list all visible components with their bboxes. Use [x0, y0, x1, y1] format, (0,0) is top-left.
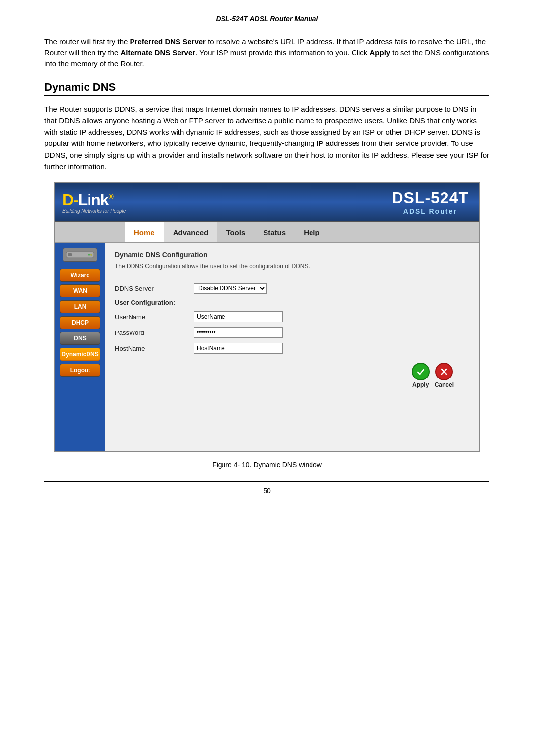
username-row: UserName: [115, 311, 469, 322]
sidebar-btn-dhcp[interactable]: DHCP: [60, 316, 100, 329]
apply-button[interactable]: [412, 363, 430, 380]
user-config-label: User Configuration:: [115, 299, 469, 306]
router-body: Wizard WAN LAN DHCP DNS DynamicDNS Logou…: [55, 243, 479, 451]
sidebar-btn-wizard[interactable]: Wizard: [60, 269, 100, 282]
nav-help[interactable]: Help: [295, 222, 329, 242]
svg-point-2: [88, 254, 90, 256]
figure-caption: Figure 4- 10. Dynamic DNS window: [44, 461, 490, 469]
manual-header: DSL-524T ADSL Router Manual: [44, 15, 490, 27]
router-header: D-Link® Building Networks for People DSL…: [55, 183, 479, 222]
router-content: Dynamic DNS Configuration The DDNS Confi…: [105, 243, 479, 451]
username-label: UserName: [115, 313, 194, 321]
content-description: The DDNS Configuration allows the user t…: [115, 263, 469, 275]
router-model-name: DSL-524T: [392, 189, 469, 207]
hostname-label: HostName: [115, 345, 194, 352]
apply-btn-group: Apply: [412, 363, 430, 388]
password-input[interactable]: [194, 327, 283, 338]
section-heading-dynamic-dns: Dynamic DNS: [44, 81, 490, 96]
password-row: PassWord: [115, 327, 469, 338]
sidebar-btn-dynamicdns[interactable]: DynamicDNS: [60, 348, 100, 361]
page-number: 50: [263, 487, 271, 495]
content-title: Dynamic DNS Configuration: [115, 251, 469, 259]
ddns-server-row: DDNS Server Disable DDNS Server: [115, 283, 469, 294]
hostname-input[interactable]: [194, 343, 283, 354]
router-model-sub: ADSL Router: [392, 207, 469, 215]
hostname-row: HostName: [115, 343, 469, 354]
nav-tools[interactable]: Tools: [217, 222, 254, 242]
router-image: [63, 248, 97, 262]
ddns-server-label: DDNS Server: [115, 285, 194, 292]
svg-point-3: [90, 254, 92, 256]
sidebar-btn-wan[interactable]: WAN: [60, 284, 100, 297]
nav-advanced[interactable]: Advanced: [164, 222, 218, 242]
router-model: DSL-524T ADSL Router: [392, 189, 469, 215]
password-label: PassWord: [115, 329, 194, 336]
dlink-logo: D-Link® Building Networks for People: [62, 191, 126, 214]
sidebar-btn-dns[interactable]: DNS: [60, 332, 100, 345]
cancel-label: Cancel: [435, 381, 454, 388]
nav-status[interactable]: Status: [254, 222, 295, 242]
router-ui-screenshot: D-Link® Building Networks for People DSL…: [54, 182, 480, 452]
username-input[interactable]: [194, 311, 283, 322]
router-sidebar: Wizard WAN LAN DHCP DNS DynamicDNS Logou…: [55, 243, 105, 451]
section-text-dynamic-dns: The Router supports DDNS, a service that…: [44, 103, 490, 173]
cancel-button[interactable]: [435, 363, 453, 380]
page-footer: 50: [44, 481, 490, 495]
router-nav: Home Advanced Tools Status Help: [55, 222, 479, 243]
cancel-btn-group: Cancel: [435, 363, 454, 388]
sidebar-btn-logout[interactable]: Logout: [60, 364, 100, 377]
dlink-logo-text: D-Link®: [62, 191, 126, 209]
ddns-server-select[interactable]: Disable DDNS Server: [194, 283, 267, 294]
dlink-tagline: Building Networks for People: [62, 208, 126, 214]
intro-paragraph: The router will first try the Preferred …: [44, 36, 490, 70]
sidebar-btn-lan[interactable]: LAN: [60, 300, 100, 313]
svg-rect-1: [68, 253, 72, 256]
action-row: Apply Cancel: [115, 363, 469, 388]
nav-home[interactable]: Home: [125, 222, 164, 242]
apply-label: Apply: [412, 381, 429, 388]
